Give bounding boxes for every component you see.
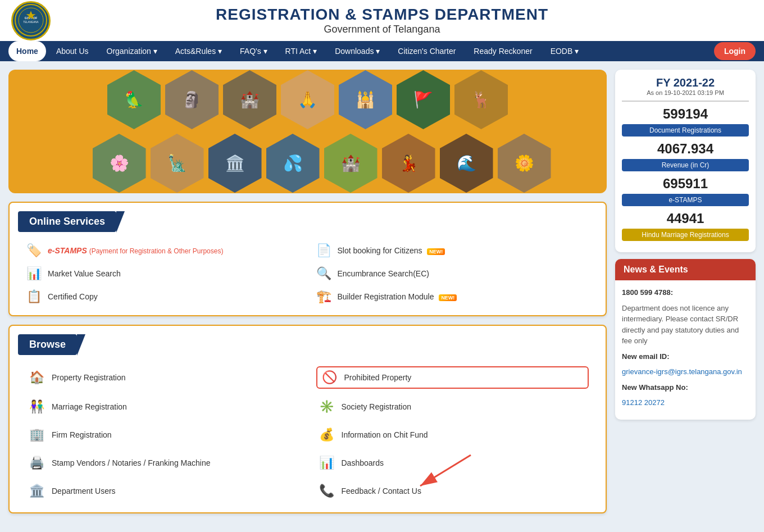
logo: GOVT OF TELANGANA	[11, 1, 51, 40]
nav-home[interactable]: Home	[8, 41, 46, 61]
news-email: grievance-igrs@igrs.telangana.gov.in	[622, 366, 749, 378]
hex-9: 🗽	[151, 134, 204, 193]
hex-5: 🕌	[339, 70, 392, 129]
right-column: FY 2021-22 As on 19-10-2021 03:19 PM 599…	[615, 70, 756, 513]
hex-12: 🏰	[324, 134, 378, 193]
slot-label: Slot booking for Citizens NEW!	[338, 246, 445, 255]
encumbrance-icon: 🔍	[316, 266, 332, 281]
nav-organization[interactable]: Organization ▾	[99, 41, 165, 61]
news-card: News & Events 1800 599 4788: Department …	[615, 259, 756, 420]
nav-eodb[interactable]: EODB ▾	[543, 41, 587, 61]
browse-dept-users[interactable]: 🏛️ Department Users	[26, 481, 299, 501]
stat-rev-label: Revenue (in Cr)	[622, 159, 749, 171]
browse-property-registration[interactable]: 🏠 Property Registration	[26, 366, 299, 389]
online-services-header: Online Services	[18, 211, 597, 232]
nav-downloads[interactable]: Downloads ▾	[327, 41, 388, 61]
certified-icon: 📋	[26, 289, 42, 304]
browse-firm[interactable]: 🏢 Firm Registration	[26, 425, 299, 445]
firm-label: Firm Registration	[52, 430, 112, 439]
hex-11: 💦	[266, 134, 320, 193]
service-market-value[interactable]: 📊 Market Value Search	[26, 266, 299, 281]
nav-charter[interactable]: Citizen's Charter	[390, 41, 463, 61]
service-slot-booking[interactable]: 📄 Slot booking for Citizens NEW!	[316, 243, 589, 258]
certified-label: Certified Copy	[48, 292, 98, 301]
property-icon: 🏠	[29, 370, 46, 385]
news-body1: Department does not licence any intermed…	[622, 303, 749, 347]
stat-doc-label: Document Registrations	[622, 124, 749, 137]
stamp-icon: 🖨️	[29, 456, 46, 470]
stats-card: FY 2021-22 As on 19-10-2021 03:19 PM 599…	[615, 70, 756, 252]
estamps-label: e-STAMPS (Payment for Registration & Oth…	[48, 246, 223, 255]
nav-about[interactable]: About Us	[48, 41, 97, 61]
firm-icon: 🏢	[29, 428, 46, 442]
browse-card: Browse 🏠 Property Registration 🚫	[8, 325, 607, 513]
browse-header: Browse	[18, 334, 597, 355]
service-builder[interactable]: 🏗️ Builder Registration Module NEW!	[316, 289, 589, 304]
fy-subtitle: As on 19-10-2021 03:19 PM	[622, 89, 749, 96]
nav-faq[interactable]: FAQ's ▾	[232, 41, 275, 61]
site-title: REGISTRATION & STAMPS DEPARTMENT	[216, 6, 548, 24]
site-subtitle: Government of Telangana	[216, 24, 548, 35]
news-phone: 1800 599 4788:	[622, 287, 749, 298]
browse-marriage[interactable]: 👫 Marriage Registration	[26, 397, 299, 417]
market-icon: 📊	[26, 266, 42, 281]
browse-society[interactable]: ✳️ Society Registration	[316, 397, 589, 417]
stat-marriage-label: Hindu Marriage Registrations	[622, 229, 749, 241]
main-content: 🦜 🗿 🏰 🙏 🕌 🚩 🦌 🌸 🗽 🏛️ 💦 🏰 💃 🌊	[0, 61, 764, 522]
hex-2: 🗿	[165, 70, 219, 129]
stat-revenue: 4067.934 Revenue (in Cr)	[622, 141, 749, 171]
svg-point-0	[15, 4, 47, 36]
header: GOVT OF TELANGANA REGISTRATION & STAMPS …	[0, 0, 764, 41]
chit-icon: 💰	[319, 428, 336, 442]
nav-rti[interactable]: RTI Act ▾	[278, 41, 325, 61]
stat-rev-number: 4067.934	[622, 141, 749, 157]
marriage-label: Marriage Registration	[52, 402, 127, 411]
fy-title: FY 2021-22	[622, 76, 749, 89]
news-whatsapp: 91212 20272	[622, 397, 749, 408]
browse-grid: 🏠 Property Registration 🚫 Prohibited Pro…	[18, 363, 597, 504]
nav-login[interactable]: Login	[714, 42, 756, 60]
feedback-icon: 📞	[319, 484, 336, 498]
estamps-sublabel: (Payment for Registration & Other Purpos…	[89, 247, 224, 255]
hex-10: 🏛️	[208, 134, 262, 193]
nav-acts[interactable]: Acts&Rules ▾	[167, 41, 230, 61]
hex-8: 🌸	[93, 134, 146, 193]
stat-doc-number: 599194	[622, 106, 749, 122]
hex-6: 🚩	[397, 70, 450, 129]
market-label: Market Value Search	[48, 269, 121, 278]
red-arrow	[409, 449, 476, 494]
news-header: News & Events	[615, 259, 756, 280]
builder-new-badge: NEW!	[439, 294, 457, 301]
builder-label: Builder Registration Module NEW!	[338, 292, 457, 301]
slot-new-badge: NEW!	[427, 248, 445, 255]
service-certified-copy[interactable]: 📋 Certified Copy	[26, 289, 299, 304]
online-services-title: Online Services	[18, 211, 116, 232]
prohibited-icon: 🚫	[322, 370, 339, 385]
navbar: Home About Us Organization ▾ Acts&Rules …	[0, 41, 764, 61]
property-label: Property Registration	[52, 373, 126, 382]
stat-marriage-number: 44941	[622, 211, 749, 226]
slot-icon: 📄	[316, 243, 332, 258]
chit-label: Information on Chit Fund	[342, 430, 428, 439]
estamps-icon: 🏷️	[26, 243, 42, 258]
browse-chit-fund[interactable]: 💰 Information on Chit Fund	[316, 425, 589, 445]
browse-stamp-vendors[interactable]: 🖨️ Stamp Vendors / Notaries / Franking M…	[26, 453, 299, 473]
stat-estamps-number: 695911	[622, 176, 749, 192]
news-whatsapp-label: New Whatsapp No:	[622, 382, 749, 393]
news-email-label: New email ID:	[622, 351, 749, 362]
header-title: REGISTRATION & STAMPS DEPARTMENT Governm…	[216, 6, 548, 35]
nav-reckoner[interactable]: Ready Reckoner	[466, 41, 540, 61]
service-encumbrance[interactable]: 🔍 Encumbrance Search(EC)	[316, 266, 589, 281]
hex-13: 💃	[382, 134, 435, 193]
encumbrance-label: Encumbrance Search(EC)	[338, 269, 429, 278]
dashboard-icon: 📊	[319, 456, 336, 470]
left-column: 🦜 🗿 🏰 🙏 🕌 🚩 🦌 🌸 🗽 🏛️ 💦 🏰 💃 🌊	[8, 70, 607, 513]
marriage-icon: 👫	[29, 399, 46, 414]
stat-doc-reg: 599194 Document Registrations	[622, 106, 749, 137]
builder-icon: 🏗️	[316, 289, 332, 304]
hex-14: 🌊	[440, 134, 493, 193]
service-estamps[interactable]: 🏷️ e-STAMPS (Payment for Registration & …	[26, 243, 299, 258]
browse-prohibited-property[interactable]: 🚫 Prohibited Property	[316, 366, 589, 389]
stat-estamps-label: e-STAMPS	[622, 194, 749, 206]
hex-1: 🦜	[107, 70, 161, 129]
